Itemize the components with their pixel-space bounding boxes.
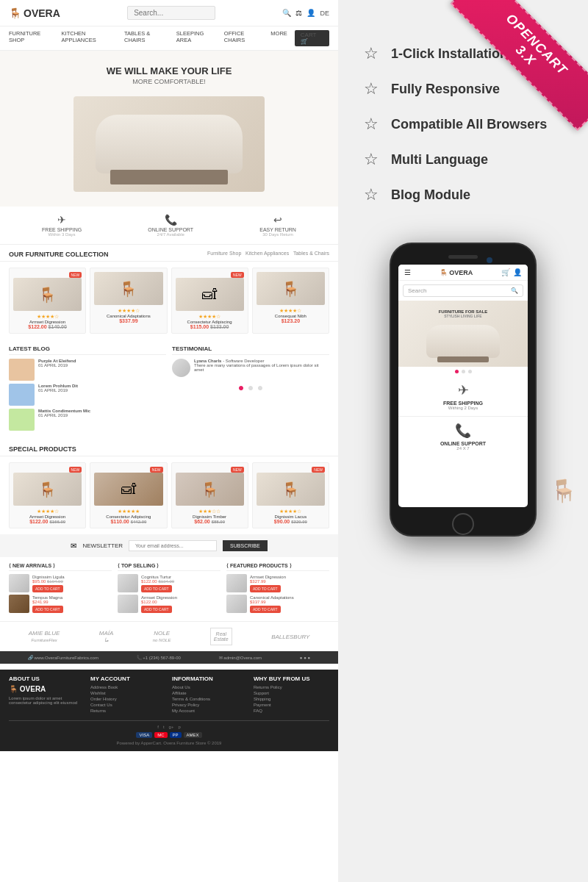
add-to-cart-button[interactable]: ADD TO CART (250, 606, 281, 613)
footer-col-item[interactable]: Returns (90, 709, 166, 713)
footer-col-item[interactable]: Order History (90, 697, 166, 701)
search-icon[interactable]: 🔍 (282, 9, 291, 17)
footer-link-email[interactable]: ✉ admin@Overa.com (219, 655, 262, 660)
footer-col-item[interactable]: My Account (172, 709, 248, 713)
carousel-dot[interactable] (468, 370, 472, 373)
product-list-item[interactable]: Tempus Magna $241.99 ADD TO CART (9, 595, 112, 613)
footer-col-item[interactable]: Affiliate (172, 691, 248, 695)
nav-office[interactable]: OFFICE CHAIRS (224, 30, 264, 46)
site-logo-text: OVERA (24, 7, 60, 19)
newsletter-label: NEWSLETTER (82, 542, 123, 549)
newsletter-section: ✉ NEWSLETTER SUBSCRIBE (0, 534, 338, 557)
phone-user-icon[interactable]: 👤 (513, 268, 522, 276)
add-to-cart-button[interactable]: ADD TO CART (141, 585, 172, 592)
social-icon-pinterest[interactable]: p (178, 725, 180, 729)
new-badge: NEW (312, 467, 325, 473)
nav-more[interactable]: MORE (270, 30, 287, 46)
footer-col-item[interactable]: Support (254, 691, 329, 695)
product-thumb (226, 574, 247, 592)
phone-menu-icon[interactable]: ☰ (404, 268, 411, 276)
footer-col-item[interactable]: Returns Policy (254, 685, 329, 689)
footer-col-item[interactable]: Privacy Policy (172, 703, 248, 707)
blog-item[interactable]: Purple At Eleifend01 APRIL 2019 (9, 359, 166, 381)
social-icon-facebook[interactable]: f (157, 725, 159, 729)
nav-tables[interactable]: TABLES & CHAIRS (124, 30, 169, 46)
site-footer: ABOUT US 🪑 OVERA Lorem ipsum dolor sit a… (0, 670, 338, 751)
subscribe-button[interactable]: SUBSCRIBE (223, 540, 267, 551)
product-info: Dignissim Ligula $95.00 $104.00 ADD TO C… (32, 575, 65, 592)
footer-col-item[interactable]: Wishlist (90, 691, 166, 695)
nav-furniture[interactable]: FURNITURE SHOP (9, 30, 54, 46)
special-product-card[interactable]: NEW 🪑 ★★★★☆ Dignissim Lacus $90.00 $320.… (252, 462, 329, 528)
featured-col: ⟨ FEATURED PRODUCTS ⟩ Armset Digression … (226, 563, 329, 615)
footer-col-item[interactable]: Contact Us (90, 703, 166, 707)
add-to-cart-button[interactable]: ADD TO CART (32, 585, 63, 592)
decorative-furniture-icon: 🪑 (550, 478, 577, 503)
product-list-item[interactable]: Dignissim Ligula $95.00 $104.00 ADD TO C… (9, 574, 112, 592)
hero-title: WE WILL MAKE YOUR LIFE (15, 65, 323, 76)
social-icon-twitter[interactable]: t (163, 725, 165, 729)
product-price: $122.00 $166.00 (13, 519, 82, 524)
footer-col-item[interactable]: Address Book (90, 685, 166, 689)
nav-kitchen[interactable]: KITCHEN APPLIANCES (62, 30, 117, 46)
phone-home-button[interactable] (452, 513, 474, 535)
site-nav: FURNITURE SHOP KITCHEN APPLIANCES TABLES… (0, 26, 338, 51)
site-search-input[interactable] (127, 6, 215, 20)
add-to-cart-button[interactable]: ADD TO CART (141, 606, 172, 613)
carousel-dot[interactable] (462, 370, 465, 373)
cart-button[interactable]: CART 🛒 (295, 30, 329, 46)
special-product-card[interactable]: NEW 🪑 ★★★☆☆ Dignissim Timber $62.00 $88.… (171, 462, 248, 528)
product-list-item[interactable]: Canonical Adaptations $337.99 ADD TO CAR… (226, 595, 329, 613)
social-icon-google[interactable]: g+ (169, 725, 174, 729)
footer-col-item[interactable]: Terms & Conditions (172, 697, 248, 701)
testimonial-item: Lyana Charls - Software Developer There … (172, 359, 329, 377)
new-arrivals-col: ⟨ NEW ARRIVALS ⟩ Dignissim Ligula $95.00… (9, 563, 112, 615)
newsletter-icon: ✉ (71, 542, 76, 550)
hero-subtitle: MORE COMFORTABLE! (15, 78, 323, 85)
special-product-card[interactable]: NEW 🛋 ★★★★★ Consectetur Adipiscing $110.… (90, 462, 167, 528)
compare-icon[interactable]: ⚖ (295, 9, 302, 17)
new-arrivals-title: ⟨ NEW ARRIVALS ⟩ (9, 563, 112, 571)
account-icon[interactable]: 👤 (306, 9, 315, 17)
blog-item[interactable]: Lorem Prohlum Dit01 APRIL 2019 (9, 384, 166, 406)
phone-cart-icon[interactable]: 🛒 (501, 268, 510, 276)
blog-item[interactable]: Mattis Condimentum Mic01 APRIL 2019 (9, 409, 166, 431)
carousel-dot-active[interactable] (455, 370, 459, 373)
product-card[interactable]: 🪑 ★★★★☆ Consequat Nibh $123.20 (252, 268, 329, 334)
product-info: Cognitus Turtur $122.00 $134.00 ADD TO C… (141, 575, 174, 592)
product-card[interactable]: 🪑 ★★★★☆ Canonical Adaptations $337.99 (90, 268, 167, 334)
feature-list-item-blog: ☆ Blog Module (360, 185, 566, 204)
carousel-dot[interactable]: ● (257, 381, 263, 393)
blog-text: Mattis Condimentum Mic01 APRIL 2019 (38, 409, 90, 417)
copyright-text: Powered by ApperCart. Overa Furniture St… (117, 741, 222, 745)
phone-search-icon[interactable]: 🔍 (511, 287, 518, 294)
footer-link-phone[interactable]: 📞 +1 (234) 567-89-00 (137, 655, 181, 660)
product-list-item[interactable]: Cognitus Turtur $122.00 $134.00 ADD TO C… (118, 574, 220, 592)
product-list-item[interactable]: Armset Digression $327.99 ADD TO CART (226, 574, 329, 592)
chair-icon: 🪑 (282, 280, 300, 298)
phone-carousel-dots (398, 367, 528, 376)
newsletter-input[interactable] (129, 540, 217, 551)
carousel-dot-active[interactable]: ● (238, 381, 244, 393)
language-selector[interactable]: DE (320, 10, 329, 17)
product-price: $110.00 $442.00 (94, 519, 162, 524)
product-thumb (118, 574, 138, 592)
new-badge: NEW (150, 467, 163, 473)
footer-col-item[interactable]: Payment (254, 703, 329, 707)
footer-col-item[interactable]: Shipping (254, 697, 329, 701)
product-card[interactable]: NEW 🪑 ★★★★☆ Armset Digression $122.00 $1… (9, 268, 86, 334)
brand-item: NOLEno NOLE (153, 630, 171, 643)
footer-link-website[interactable]: 🔗 www.OveraFurnitureFabrics.com (28, 655, 98, 660)
product-card[interactable]: NEW 🛋 ★★★★☆ Consectetur Adipiscing $115.… (171, 268, 248, 334)
footer-col-item[interactable]: About Us (172, 685, 248, 689)
ribbon-container: OPENCART 3.X (441, 0, 588, 147)
product-list-item[interactable]: Armset Digression $122.00 ADD TO CART (118, 595, 220, 613)
special-product-card[interactable]: NEW 🪑 ★★★★☆ Armset Digression $122.00 $1… (9, 462, 86, 528)
nav-sleeping[interactable]: SLEEPING AREA (176, 30, 217, 46)
footer-col-item[interactable]: FAQ (254, 709, 329, 713)
carousel-dot[interactable]: ● (248, 381, 254, 393)
product-image: 🛋 (176, 278, 244, 311)
add-to-cart-button[interactable]: ADD TO CART (250, 585, 281, 592)
product-image: 🪑 (13, 473, 82, 506)
add-to-cart-button[interactable]: ADD TO CART (32, 606, 63, 613)
